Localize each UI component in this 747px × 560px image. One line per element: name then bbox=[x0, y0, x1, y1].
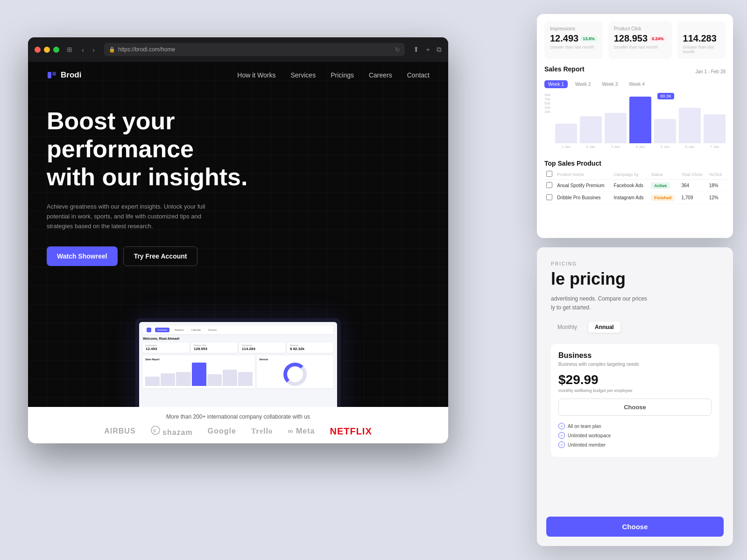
product-click-sub: Smaller than last month bbox=[614, 45, 666, 49]
check-icon-2: ✓ bbox=[558, 432, 565, 439]
metrics-row: Impressions 12.493 13.8% Greater than la… bbox=[544, 21, 726, 59]
billing-annual[interactable]: Annual bbox=[588, 322, 620, 333]
hero-section: Brodi How it Works Services Pricings Car… bbox=[28, 62, 448, 443]
billing-toggle: Monthly Annual bbox=[551, 322, 719, 333]
nav-buttons: ‹ › bbox=[79, 45, 98, 55]
metric-product-click: Product Click 128.953 0.24% Smaller than… bbox=[608, 21, 672, 59]
address-bar[interactable]: 🔒 https://brodi.com/home ↻ bbox=[104, 43, 405, 56]
partner-netflix: NETFLIX bbox=[330, 426, 372, 437]
plan-cta-choose[interactable]: Choose bbox=[558, 399, 712, 416]
bar-chart: 80.3K 1 Jan 2 Jan 3 Jan 4 Jan 5 Jan bbox=[555, 93, 726, 149]
select-all-checkbox[interactable] bbox=[546, 171, 552, 177]
nav-careers[interactable]: Careers bbox=[369, 71, 392, 79]
donut-chart bbox=[283, 363, 307, 386]
status-2: Finished bbox=[651, 195, 675, 201]
nav-contact[interactable]: Contact bbox=[407, 71, 430, 79]
check-icon-3: ✓ bbox=[558, 441, 565, 448]
dashboard-nav-overview: Overview bbox=[155, 328, 169, 332]
dashboard-logo bbox=[147, 328, 151, 332]
dashboard-stats: Impressions 12.493 Product Click 128.953… bbox=[143, 343, 333, 353]
try-free-account-button[interactable]: Try Free Account bbox=[123, 246, 198, 266]
bar-7jan: 7 Jan bbox=[704, 114, 726, 149]
bar-4jan bbox=[192, 363, 206, 386]
week-tab-1[interactable]: Week 1 bbox=[544, 80, 568, 88]
nav-services[interactable]: Services bbox=[290, 71, 316, 79]
bar-1jan bbox=[145, 377, 160, 386]
new-tab-icon[interactable]: + bbox=[426, 45, 430, 54]
week-tab-2[interactable]: Week 2 bbox=[571, 80, 595, 88]
week-tab-3[interactable]: Week 3 bbox=[598, 80, 621, 88]
y-axis: 90k 70k 50k 30k 10k bbox=[544, 93, 553, 114]
site-nav: Brodi How it Works Services Pricings Car… bbox=[28, 62, 448, 89]
fullscreen-button[interactable] bbox=[53, 47, 59, 53]
week-tabs: Week 1 Week 2 Week 3 Week 4 bbox=[544, 80, 726, 88]
row1-checkbox[interactable] bbox=[546, 182, 552, 188]
minimize-button[interactable] bbox=[44, 47, 50, 53]
bar-2jan: 2 Jan bbox=[580, 116, 602, 149]
impressions-badge: 13.8% bbox=[580, 36, 597, 42]
choose-button[interactable]: Choose bbox=[546, 517, 724, 537]
impressions-sub: Greater than last month bbox=[550, 45, 597, 49]
svg-rect-0 bbox=[48, 72, 51, 78]
refresh-icon[interactable]: ↻ bbox=[395, 46, 400, 53]
share-icon[interactable]: ⬆ bbox=[413, 45, 419, 54]
plan-desc: Business with complex targeting needs bbox=[558, 362, 712, 367]
plan-cards: Business Business with complex targeting… bbox=[551, 344, 719, 457]
stat-clicks: Product Click 128.953 bbox=[191, 343, 237, 353]
close-button[interactable] bbox=[35, 47, 41, 53]
hero-description: Achieve greatness with our expert insigh… bbox=[47, 202, 205, 231]
logo[interactable]: Brodi bbox=[47, 70, 81, 80]
partners-label: More than 200+ international company col… bbox=[166, 413, 310, 420]
nav-pricings[interactable]: Pricings bbox=[331, 71, 354, 79]
traffic-lights bbox=[35, 47, 59, 53]
bar-7jan bbox=[238, 372, 253, 386]
row2-checkbox[interactable] bbox=[546, 194, 552, 200]
hero-content: Boost your performance with our insights… bbox=[28, 89, 448, 266]
copy-icon[interactable]: ⧉ bbox=[437, 45, 442, 54]
browser-actions: ⬆ + ⧉ bbox=[413, 45, 442, 54]
table-row: Dribble Pro Bussines Instagram Ads Finis… bbox=[544, 192, 726, 204]
campaign-2: Instagram Ads bbox=[612, 192, 649, 204]
back-button[interactable]: ‹ bbox=[79, 45, 87, 55]
hero-buttons: Watch Showreel Try Free Account bbox=[47, 246, 430, 266]
plan-features: ✓ All on team plan ✓ Unlimited workspace… bbox=[558, 421, 712, 449]
week-tab-4[interactable]: Week 4 bbox=[625, 80, 648, 88]
svg-text:S: S bbox=[153, 428, 156, 433]
forward-button[interactable]: › bbox=[90, 45, 98, 55]
product-click-value: 128.953 bbox=[614, 33, 648, 44]
table-row: Anual Spotify Premium Facebook Ads Activ… bbox=[544, 180, 726, 192]
col-pct: %Click bbox=[707, 169, 726, 180]
col-checkbox bbox=[544, 169, 555, 180]
dashboard-topbar: Overview Statistics Calendar Finance bbox=[143, 326, 333, 334]
clicks-2: 1,709 bbox=[679, 192, 707, 204]
product-click-label: Product Click bbox=[614, 26, 666, 31]
bar-1jan: 1 Jan bbox=[555, 124, 577, 149]
plan-price-sub: monthly wellbeing budget per employee bbox=[558, 388, 712, 393]
dashboard-nav-calendar: Calendar bbox=[189, 328, 203, 332]
partner-airbus: AIRBUS bbox=[104, 427, 135, 435]
bar-3jan bbox=[176, 372, 190, 386]
col-product-name: Product Name bbox=[555, 169, 612, 180]
billing-monthly[interactable]: Monthly bbox=[551, 322, 584, 333]
hero-title: Boost your performance with our insights… bbox=[47, 107, 308, 191]
watch-showreel-button[interactable]: Watch Showreel bbox=[47, 246, 118, 266]
col-campaign: Campaign by bbox=[612, 169, 649, 180]
top-sales-section: Top Sales Product Product Name Campaign … bbox=[544, 159, 726, 204]
pricing-panel: PRICING le pricing advertising needs. Co… bbox=[537, 247, 733, 546]
product-name-1: Anual Spotify Premium bbox=[555, 180, 612, 192]
metric-impressions: Impressions 12.493 13.8% Greater than la… bbox=[544, 21, 603, 59]
sidebar-toggle-icon[interactable]: ⊞ bbox=[67, 46, 72, 53]
plan-business: Business Business with complex targeting… bbox=[551, 344, 719, 457]
analytics-panel: Impressions 12.493 13.8% Greater than la… bbox=[537, 14, 733, 238]
product-name-2: Dribble Pro Bussines bbox=[555, 192, 612, 204]
partner-meta: ∞ Meta bbox=[288, 427, 315, 435]
impressions-label: Impressions bbox=[550, 26, 597, 31]
feature-2: ✓ Unlimited workspace bbox=[558, 431, 712, 440]
clicks-1: 364 bbox=[679, 180, 707, 192]
dashboard-nav: Overview Statistics Calendar Finance bbox=[155, 328, 219, 332]
bar-5jan bbox=[207, 374, 222, 386]
bar-tooltip: 80.3K bbox=[657, 93, 674, 99]
feature-3: ✓ Unlimited member bbox=[558, 440, 712, 449]
nav-how-it-works[interactable]: How it Works bbox=[237, 71, 275, 79]
bar-6jan bbox=[223, 370, 237, 386]
